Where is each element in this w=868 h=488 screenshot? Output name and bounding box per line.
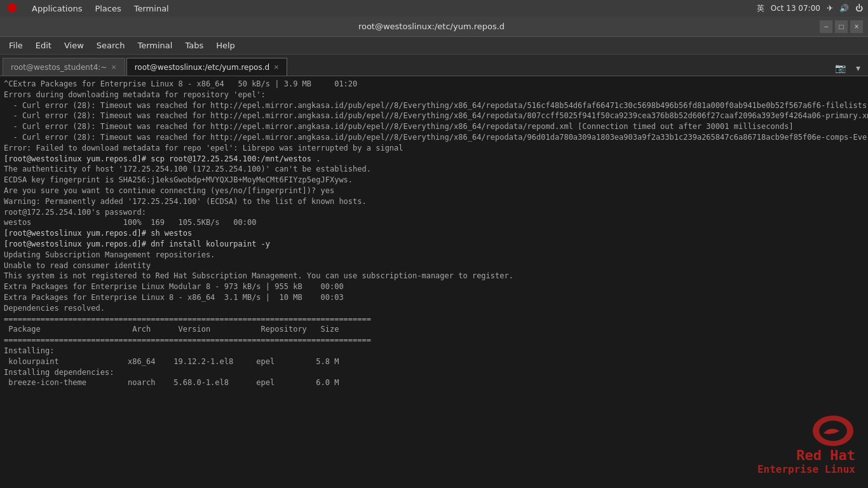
terminal-line: root@172.25.254.100's password: (4, 207, 864, 218)
terminal-line: The authenticity of host '172.25.254.100… (4, 164, 864, 175)
menu-help[interactable]: Help (210, 38, 241, 53)
terminal-line: Installing: (4, 346, 864, 356)
places-menu[interactable]: Places (92, 3, 123, 15)
minimize-button[interactable]: − (820, 20, 832, 33)
terminal-line: Dependencies resolved. (4, 303, 864, 314)
datetime-display: Oct 13 07:00 (771, 4, 820, 13)
menu-terminal[interactable]: Terminal (131, 38, 179, 53)
terminal-line: westos 100% 169 105.5KB/s 00:00 (4, 217, 864, 228)
applications-menu[interactable]: Applications (29, 3, 85, 15)
terminal-line: Extra Packages for Enterprise Linux 8 - … (4, 292, 864, 303)
volume-icon[interactable]: 🔊 (839, 4, 849, 13)
terminal-line: - Curl error (28): Timeout was reached f… (4, 121, 864, 132)
tab-1-label: root@westos_student4:~ (11, 63, 107, 72)
redhat-logo-icon[interactable] (5, 2, 22, 15)
tab-screenshot-button[interactable]: 📷 (832, 60, 848, 76)
title-bar: root@westoslinux:/etc/yum.repos.d − □ × (0, 17, 868, 37)
terminal-line: breeze-icon-theme noarch 5.68.0-1.el8 ep… (4, 377, 864, 388)
terminal-line: Warning: Permanently added '172.25.254.1… (4, 196, 864, 207)
terminal-line: [root@westoslinux yum.repos.d]# dnf inst… (4, 239, 864, 250)
menu-search[interactable]: Search (90, 38, 132, 53)
system-bar-left: Applications Places Terminal (5, 2, 172, 15)
menu-bar: File Edit View Search Terminal Tabs Help (0, 37, 868, 55)
terminal-line: Are you sure you want to continue connec… (4, 186, 864, 196)
tab-1[interactable]: root@westos_student4:~ × (3, 58, 125, 76)
window-title: root@westoslinux:/etc/yum.repos.d (43, 22, 820, 31)
terminal-line: Updating Subscription Management reposit… (4, 250, 864, 261)
tab-2[interactable]: root@westoslinux:/etc/yum.repos.d × (126, 58, 288, 76)
power-icon[interactable]: ⏻ (855, 4, 863, 13)
tab-1-close[interactable]: × (111, 63, 116, 71)
terminal-line: Errors during downloading metadata for r… (4, 90, 864, 100)
terminal-line: [root@westoslinux yum.repos.d]# sh westo… (4, 228, 864, 239)
redhat-product-text: Enterprise Linux (757, 463, 855, 475)
terminal-line: Package Arch Version Repository Size (4, 324, 864, 335)
menu-file[interactable]: File (3, 38, 29, 53)
terminal-line: ========================================… (4, 314, 864, 325)
redhat-brand-text: Red Hat (796, 448, 855, 463)
terminal-line: - Curl error (28): Timeout was reached f… (4, 100, 864, 111)
tab-bar: root@westos_student4:~ × root@westoslinu… (0, 55, 868, 76)
tab-2-close[interactable]: × (273, 63, 279, 71)
menu-tabs[interactable]: Tabs (179, 38, 210, 53)
system-bar-right: 英 Oct 13 07:00 ✈ 🔊 ⏻ (757, 3, 863, 14)
redhat-logo-watermark (811, 413, 855, 448)
airplane-icon[interactable]: ✈ (827, 4, 833, 13)
terminal-line: [root@westoslinux yum.repos.d]# scp root… (4, 154, 864, 165)
terminal-lines: ^CExtra Packages for Enterprise Linux 8 … (4, 79, 864, 388)
terminal-line: ^CExtra Packages for Enterprise Linux 8 … (4, 79, 864, 90)
terminal-line: Unable to read consumer identity (4, 261, 864, 271)
tab-dropdown-button[interactable]: ▾ (850, 60, 865, 76)
terminal-line: - Curl error (28): Timeout was reached f… (4, 132, 864, 143)
terminal-line: Extra Packages for Enterprise Linux Modu… (4, 281, 864, 292)
tab-actions: 📷 ▾ (832, 60, 865, 76)
tab-2-label: root@westoslinux:/etc/yum.repos.d (135, 63, 270, 72)
terminal-menu[interactable]: Terminal (132, 3, 172, 15)
terminal-line: kolourpaint x86_64 19.12.2-1.el8 epel 5.… (4, 356, 864, 367)
redhat-watermark: Red Hat Enterprise Linux (757, 413, 855, 475)
terminal-window: root@westoslinux:/etc/yum.repos.d − □ × … (0, 17, 868, 488)
window-controls: − □ × (820, 20, 863, 33)
close-button[interactable]: × (850, 20, 863, 33)
terminal-content[interactable]: ^CExtra Packages for Enterprise Linux 8 … (0, 76, 868, 488)
terminal-line: - Curl error (28): Timeout was reached f… (4, 111, 864, 121)
menu-edit[interactable]: Edit (29, 38, 58, 53)
terminal-line: Error: Failed to download metadata for r… (4, 143, 864, 154)
terminal-line: ECDSA key fingerprint is SHA256:j1eksGwo… (4, 175, 864, 186)
maximize-button[interactable]: □ (835, 20, 848, 33)
menu-view[interactable]: View (58, 38, 90, 53)
language-indicator: 英 (757, 3, 764, 14)
terminal-line: This system is not registered to Red Hat… (4, 271, 864, 281)
terminal-line: Installing dependencies: (4, 367, 864, 378)
terminal-line: ========================================… (4, 335, 864, 346)
system-bar: Applications Places Terminal 英 Oct 13 07… (0, 0, 868, 17)
